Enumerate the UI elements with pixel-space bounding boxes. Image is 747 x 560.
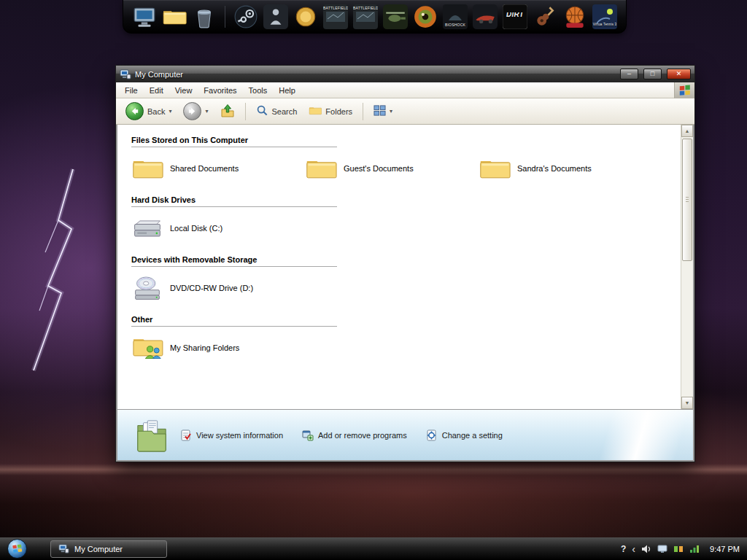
dock-recycle-bin-icon[interactable] xyxy=(192,4,217,29)
dock-basketball-icon[interactable] xyxy=(562,4,587,29)
item-dvd-cd-rw-drive-d[interactable]: DVD/CD-RW Drive (D:) xyxy=(131,273,305,303)
scroll-down-button[interactable]: ▼ xyxy=(681,397,693,409)
menu-tools[interactable]: Tools xyxy=(243,84,274,97)
section-title: Other xyxy=(131,311,337,327)
dock-eye-icon[interactable] xyxy=(413,4,438,29)
menu-file[interactable]: File xyxy=(119,84,144,97)
section-items: DVD/CD-RW Drive (D:) xyxy=(131,273,671,303)
section-other: OtherMy Sharing Folders xyxy=(131,311,671,362)
footer-link-change-a-setting[interactable]: Change a setting xyxy=(426,429,503,441)
back-label: Back xyxy=(147,107,165,116)
section-hard-disk-drives: Hard Disk DrivesLocal Disk (C:) xyxy=(131,192,671,243)
dock-race-car-icon[interactable] xyxy=(473,4,498,29)
dock-counter-strike-icon[interactable] xyxy=(263,4,288,29)
item-guest-s-documents[interactable]: Guest's Documents xyxy=(305,154,479,183)
menu-bar-items: FileEditViewFavoritesToolsHelp xyxy=(119,84,301,97)
search-button[interactable]: Search xyxy=(252,102,301,120)
taskbar-clock[interactable]: 9:47 PM xyxy=(710,545,740,553)
title-bar[interactable]: My Computer – □ ✕ xyxy=(116,66,694,82)
close-button[interactable]: ✕ xyxy=(667,69,691,79)
forward-dropdown-caret[interactable]: ▾ xyxy=(205,108,208,114)
vertical-scrollbar[interactable]: ▲ ▼ xyxy=(681,125,693,409)
back-button[interactable]: Back ▾ xyxy=(122,100,175,122)
my-computer-window: My Computer – □ ✕ FileEditViewFavoritesT… xyxy=(115,65,695,462)
my-computer-icon xyxy=(120,69,131,80)
volume-icon[interactable] xyxy=(641,545,651,553)
cd-drive-icon xyxy=(131,273,163,303)
item-my-sharing-folders[interactable]: My Sharing Folders xyxy=(131,333,305,362)
views-button[interactable]: ▾ xyxy=(370,102,396,120)
item-sandra-s-documents[interactable]: Sandra's Documents xyxy=(479,154,652,183)
folder-icon xyxy=(305,154,337,183)
item-label: Guest's Documents xyxy=(344,164,414,173)
footer-link-label: Change a setting xyxy=(442,431,503,440)
system-info-icon xyxy=(180,429,192,441)
window-title: My Computer xyxy=(135,70,615,79)
dock-folder-icon[interactable] xyxy=(162,4,187,29)
start-button[interactable] xyxy=(7,539,27,559)
dock-battlefield-icon[interactable]: BATTLEFIELD xyxy=(323,4,348,29)
display-icon[interactable] xyxy=(657,545,667,553)
windows-logo-icon xyxy=(674,82,694,98)
change-setting-icon xyxy=(426,429,438,441)
forward-button[interactable]: ▾ xyxy=(179,100,212,122)
menu-favorites[interactable]: Favorites xyxy=(198,84,242,97)
footer-link-view-system-information[interactable]: View system information xyxy=(180,429,283,441)
dock-bioshock-icon[interactable]: BIOSHOCK xyxy=(443,4,468,29)
dock-steam-icon[interactable] xyxy=(233,4,258,29)
content-sections: Files Stored on This ComputerShared Docu… xyxy=(117,125,693,362)
back-dropdown-caret[interactable]: ▾ xyxy=(169,108,171,114)
system-tasks-panel: View system informationAdd or remove pro… xyxy=(116,409,694,462)
scroll-up-button[interactable]: ▲ xyxy=(681,125,693,137)
hard-disk-icon xyxy=(131,214,163,243)
back-arrow-icon xyxy=(125,102,144,120)
footer-link-label: Add or remove programs xyxy=(318,431,407,440)
folders-button[interactable]: Folders xyxy=(305,103,356,120)
dock-virtua-tennis-icon[interactable]: Virtua Tennis 3 xyxy=(592,4,617,29)
dock-medal-icon[interactable] xyxy=(293,4,318,29)
dock-computer-icon[interactable] xyxy=(132,4,157,29)
network-icon[interactable] xyxy=(689,545,700,553)
section-items: Local Disk (C:) xyxy=(131,214,671,243)
menu-edit[interactable]: Edit xyxy=(144,84,169,97)
dock-helicopter-icon[interactable] xyxy=(383,4,408,29)
section-items: My Sharing Folders xyxy=(131,333,671,362)
scrollbar-thumb[interactable] xyxy=(682,139,692,261)
taskbar: My Computer ? ‹ 9:47 PM xyxy=(0,537,747,560)
item-label: Sandra's Documents xyxy=(517,164,592,173)
item-label: DVD/CD-RW Drive (D:) xyxy=(170,284,253,292)
toolbar-separator xyxy=(245,103,246,120)
footer-links: View system informationAdd or remove pro… xyxy=(180,429,503,441)
dock-guitar-icon[interactable] xyxy=(533,4,557,29)
dock-dirt-icon[interactable]: DiRT xyxy=(503,4,527,29)
folder-view: Files Stored on This ComputerShared Docu… xyxy=(116,125,694,409)
dock-separator xyxy=(225,6,225,28)
menu-view[interactable]: View xyxy=(169,84,198,97)
desktop: { "dock": { "items": [ {"icon":"computer… xyxy=(0,0,747,560)
chevron-left-icon[interactable]: ‹ xyxy=(632,544,635,554)
up-folder-icon xyxy=(220,104,235,120)
dock-battlefield-icon[interactable]: BATTLEFIELD xyxy=(353,4,378,29)
folders-label: Folders xyxy=(325,107,352,116)
menu-help[interactable]: Help xyxy=(273,84,301,97)
item-local-disk-c[interactable]: Local Disk (C:) xyxy=(131,214,305,243)
item-label: My Sharing Folders xyxy=(170,343,239,352)
folders-icon xyxy=(309,105,322,117)
section-title: Files Stored on This Computer xyxy=(131,132,337,147)
taskbar-task-my-computer[interactable]: My Computer xyxy=(50,540,167,558)
search-icon xyxy=(256,104,268,118)
my-computer-icon xyxy=(58,543,69,554)
item-shared-documents[interactable]: Shared Documents xyxy=(131,154,305,183)
help-icon[interactable]: ? xyxy=(621,545,626,553)
messenger-icon[interactable] xyxy=(673,545,684,553)
footer-link-add-or-remove-programs[interactable]: Add or remove programs xyxy=(302,429,407,441)
maximize-button[interactable]: □ xyxy=(643,69,662,79)
system-tasks-icon xyxy=(135,416,169,454)
item-label: Local Disk (C:) xyxy=(170,224,222,233)
toolbar: Back ▾ ▾ Search Folders xyxy=(116,98,694,125)
system-tray: ? ‹ 9:47 PM xyxy=(621,544,740,554)
up-button[interactable] xyxy=(217,101,239,122)
views-dropdown-caret[interactable]: ▾ xyxy=(390,108,392,114)
toolbar-separator xyxy=(363,103,363,120)
minimize-button[interactable]: – xyxy=(620,69,638,79)
